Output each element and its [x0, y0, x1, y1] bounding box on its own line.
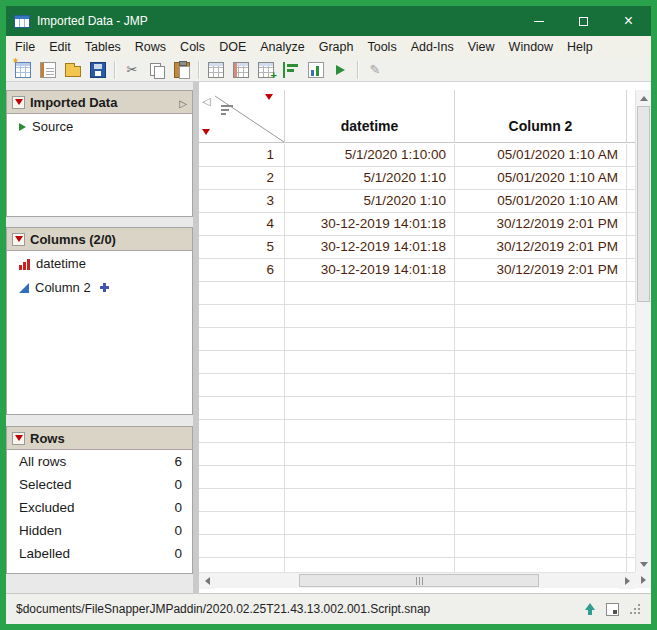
column2-cell[interactable]	[455, 351, 627, 373]
column2-cell[interactable]	[455, 328, 627, 350]
datetime-cell[interactable]: 30-12-2019 14:01:18	[285, 236, 455, 258]
collapse-panel-icon[interactable]	[179, 95, 187, 110]
row-number-cell[interactable]	[199, 374, 285, 396]
row-number-cell[interactable]	[199, 397, 285, 419]
row-number-cell[interactable]	[199, 351, 285, 373]
menu-tools[interactable]: Tools	[360, 36, 403, 58]
datetime-cell[interactable]	[285, 282, 455, 304]
row-number-cell[interactable]: 6	[199, 259, 285, 281]
chart-builder-button[interactable]	[304, 59, 328, 81]
datetime-cell[interactable]	[285, 443, 455, 465]
column2-cell[interactable]	[455, 558, 627, 572]
bar-chart-button[interactable]	[279, 59, 303, 81]
column2-cell[interactable]	[455, 282, 627, 304]
datetime-cell[interactable]	[285, 489, 455, 511]
datetime-cell[interactable]	[285, 535, 455, 557]
column2-cell[interactable]	[455, 489, 627, 511]
source-item[interactable]: Source	[7, 114, 192, 138]
close-button[interactable]	[606, 6, 651, 36]
row-number-cell[interactable]	[199, 282, 285, 304]
row-number-cell[interactable]	[199, 328, 285, 350]
datetime-cell[interactable]: 5/1/2020 1:10	[285, 167, 455, 189]
data-table-highlight-button[interactable]	[229, 59, 253, 81]
row-number-cell[interactable]	[199, 489, 285, 511]
save-button[interactable]	[86, 59, 110, 81]
datetime-cell[interactable]: 30-12-2019 14:01:18	[285, 259, 455, 281]
datetime-cell[interactable]	[285, 397, 455, 419]
datetime-cell[interactable]	[285, 328, 455, 350]
menu-tables[interactable]: Tables	[78, 36, 128, 58]
new-journal-button[interactable]	[36, 59, 60, 81]
column-item-datetime[interactable]: datetime	[7, 251, 192, 275]
datetime-cell[interactable]	[285, 512, 455, 534]
row-number-cell[interactable]	[199, 443, 285, 465]
column-header-datetime[interactable]: datetime	[285, 90, 455, 143]
menu-cols[interactable]: Cols	[173, 36, 212, 58]
filter-lines-icon[interactable]	[221, 105, 233, 117]
column2-cell[interactable]	[455, 466, 627, 488]
titlebar[interactable]: Imported Data - JMP	[6, 6, 651, 36]
row-number-cell[interactable]: 1	[199, 144, 285, 166]
new-data-table-button[interactable]	[11, 59, 35, 81]
column2-cell[interactable]	[455, 512, 627, 534]
rows-menu-red-triangle-icon[interactable]	[202, 129, 210, 135]
menu-doe[interactable]: DOE	[212, 36, 253, 58]
annotate-button[interactable]	[363, 59, 387, 81]
vertical-scroll-thumb[interactable]	[637, 106, 650, 302]
datetime-cell[interactable]: 30-12-2019 14:01:18	[285, 213, 455, 235]
row-number-cell[interactable]	[199, 558, 285, 572]
horizontal-scroll-thumb[interactable]	[299, 574, 539, 587]
menu-graph[interactable]: Graph	[312, 36, 361, 58]
menu-addins[interactable]: Add-Ins	[404, 36, 461, 58]
menu-edit[interactable]: Edit	[42, 36, 78, 58]
datetime-cell[interactable]	[285, 420, 455, 442]
column2-cell[interactable]	[455, 443, 627, 465]
column2-cell[interactable]: 30/12/2019 2:01 PM	[455, 236, 627, 258]
column2-cell[interactable]	[455, 535, 627, 557]
datetime-cell[interactable]: 5/1/2020 1:10	[285, 190, 455, 212]
scroll-down-button[interactable]	[636, 556, 651, 572]
column2-cell[interactable]	[455, 420, 627, 442]
datetime-cell[interactable]	[285, 466, 455, 488]
up-arrow-icon[interactable]	[584, 603, 597, 616]
maximize-button[interactable]	[561, 6, 606, 36]
scroll-up-button[interactable]	[636, 90, 651, 106]
copy-button[interactable]	[145, 59, 169, 81]
horizontal-scrollbar[interactable]	[199, 572, 635, 588]
column2-cell[interactable]: 05/01/2020 1:10 AM	[455, 144, 627, 166]
scroll-left-button[interactable]	[199, 573, 215, 589]
row-number-cell[interactable]	[199, 512, 285, 534]
row-number-cell[interactable]: 3	[199, 190, 285, 212]
row-number-cell[interactable]: 4	[199, 213, 285, 235]
resize-grip[interactable]	[628, 603, 641, 616]
column2-cell[interactable]: 05/01/2020 1:10 AM	[455, 167, 627, 189]
scrollbar-corner[interactable]	[635, 572, 651, 588]
column2-cell[interactable]: 05/01/2020 1:10 AM	[455, 190, 627, 212]
column2-cell[interactable]: 30/12/2019 2:01 PM	[455, 213, 627, 235]
menu-help[interactable]: Help	[560, 36, 600, 58]
datetime-cell[interactable]	[285, 305, 455, 327]
vertical-scrollbar[interactable]	[635, 90, 651, 572]
datetime-cell[interactable]	[285, 558, 455, 572]
column2-cell[interactable]: 30/12/2019 2:01 PM	[455, 259, 627, 281]
column-header-column2[interactable]: Column 2	[455, 90, 627, 143]
column-item-column2[interactable]: Column 2	[7, 275, 192, 299]
menu-window[interactable]: Window	[502, 36, 560, 58]
window-box-icon[interactable]	[606, 603, 619, 616]
row-number-cell[interactable]: 2	[199, 167, 285, 189]
datetime-cell[interactable]: 5/1/2020 1:10:00	[285, 144, 455, 166]
row-number-cell[interactable]	[199, 305, 285, 327]
collapse-sidebar-icon[interactable]	[202, 91, 210, 109]
datetime-cell[interactable]	[285, 374, 455, 396]
row-number-cell[interactable]	[199, 466, 285, 488]
add-to-table-button[interactable]	[254, 59, 278, 81]
row-number-cell[interactable]: 5	[199, 236, 285, 258]
minimize-button[interactable]	[516, 6, 561, 36]
menu-rows[interactable]: Rows	[128, 36, 173, 58]
column2-cell[interactable]	[455, 374, 627, 396]
column2-cell[interactable]	[455, 397, 627, 419]
paste-button[interactable]	[170, 59, 194, 81]
row-number-cell[interactable]	[199, 535, 285, 557]
column2-cell[interactable]	[455, 305, 627, 327]
columns-menu-red-triangle-icon[interactable]	[265, 94, 273, 100]
